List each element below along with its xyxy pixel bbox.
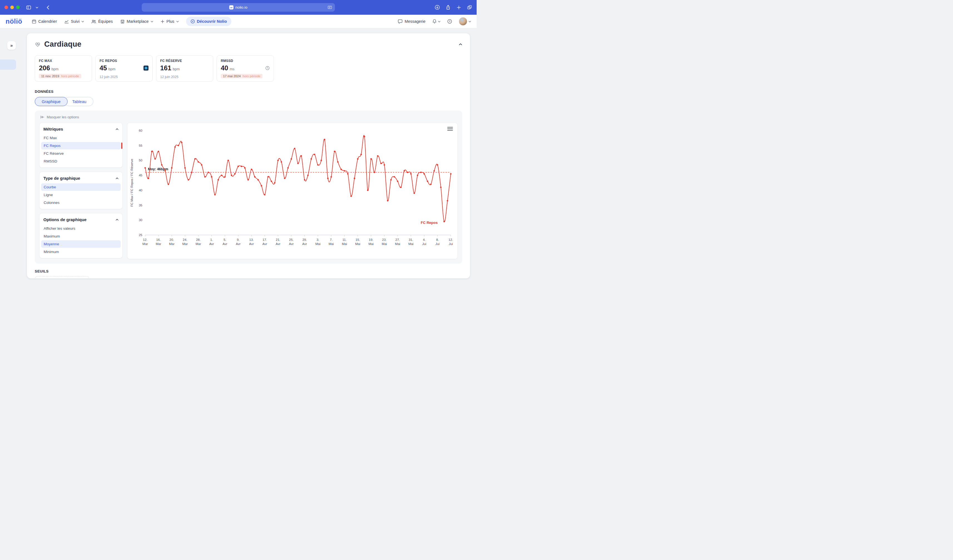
expand-sidebar-button[interactable]: » [7, 41, 16, 50]
collapse-panel-icon[interactable] [116, 219, 118, 221]
downloads-icon[interactable] [435, 5, 440, 10]
bell-icon [432, 19, 437, 24]
hide-options-button[interactable]: Masquer les options [39, 114, 458, 120]
help-button[interactable]: ? [447, 19, 452, 24]
metric-item-rmssd[interactable]: RMSSD [41, 158, 121, 165]
svg-text:17.: 17. [262, 238, 267, 241]
cardiaque-section: Cardiaque FC MAX 206 bpm 11 nov. 2019 ho… [27, 33, 470, 278]
reader-view-icon[interactable] [327, 5, 332, 10]
svg-text:Mai: Mai [355, 242, 360, 246]
messagerie-button[interactable]: Messagerie [398, 19, 425, 24]
svg-text:Mai: Mai [368, 242, 374, 246]
minimize-window-button[interactable] [10, 6, 14, 9]
nav-item-decouvrir-nolio[interactable]: Découvrir Nolio [186, 17, 231, 26]
svg-text:Avr: Avr [262, 242, 267, 246]
option-maximum[interactable]: Maximum [41, 232, 121, 240]
svg-text:23.: 23. [382, 238, 386, 241]
metric-item-fc-repos[interactable]: FC Repos [41, 142, 121, 149]
zoom-window-button[interactable] [16, 6, 20, 9]
svg-text:12.: 12. [449, 238, 453, 241]
options-column: Métriques FC Max FC Repos FC Réserve RMS… [39, 122, 123, 258]
svg-text:Mai: Mai [315, 242, 321, 246]
view-toggle: Graphique Tableau [35, 97, 462, 106]
nav-item-marketplace[interactable]: Marketplace [120, 19, 153, 24]
collapse-panel-icon[interactable] [116, 178, 118, 179]
svg-text:28.: 28. [196, 238, 200, 241]
device-watch-icon [143, 65, 149, 71]
nav-item-plus[interactable]: Plus [160, 19, 179, 23]
tab-overview-icon[interactable] [467, 5, 472, 10]
svg-text:Avr: Avr [209, 242, 214, 246]
metrics-panel: Métriques FC Max FC Repos FC Réserve RMS… [39, 122, 123, 168]
page-body: » Cardiaque FC MAX 206 bpm 11 nov. 201 [0, 33, 476, 280]
panel-title: Type de graphique [43, 176, 80, 181]
svg-text:29.: 29. [302, 238, 307, 241]
nav-item-calendrier[interactable]: Calendrier [32, 19, 57, 24]
svg-text:FC Repos: FC Repos [421, 221, 438, 225]
chevron-down-icon [469, 21, 471, 23]
svg-text:31.: 31. [409, 238, 413, 241]
sidebar-toggle-icon[interactable] [26, 5, 31, 10]
chart-type-panel: Type de graphique Courbe Ligne Colonnes [39, 172, 123, 209]
svg-text:Mai: Mai [329, 242, 334, 246]
back-arrow-icon[interactable] [45, 5, 51, 10]
svg-text:FC Max / FC Repos / FC Réserve: FC Max / FC Repos / FC Réserve [130, 159, 133, 207]
donnees-heading: DONNÉES [35, 90, 462, 94]
svg-text:9.: 9. [237, 238, 240, 241]
sidebar-selected-item[interactable] [0, 59, 16, 70]
option-afficher-valeurs[interactable]: Afficher les valeurs [41, 225, 121, 232]
svg-text:19.: 19. [369, 238, 373, 241]
svg-text:35: 35 [139, 204, 142, 207]
stat-date: 12 juin 2025 [99, 75, 149, 79]
svg-text:Mar: Mar [142, 242, 148, 246]
svg-text:Jui: Jui [449, 242, 453, 246]
svg-text:Mai: Mai [382, 242, 387, 246]
clock-icon [265, 66, 270, 70]
option-moyenne[interactable]: Moyenne [41, 240, 121, 248]
address-bar[interactable]: nolio.io [142, 3, 335, 12]
tab-tableau[interactable]: Tableau [64, 97, 93, 106]
stat-value: 206 [39, 64, 50, 72]
chart-type-ligne[interactable]: Ligne [41, 191, 121, 199]
svg-text:40: 40 [139, 189, 142, 192]
svg-text:25.: 25. [289, 238, 294, 241]
svg-text:55: 55 [139, 144, 142, 147]
chevron-down-icon[interactable] [35, 6, 39, 9]
seuils-add-zone[interactable] [35, 276, 89, 278]
chevron-down-icon [176, 21, 179, 23]
metric-item-label: FC Repos [43, 144, 61, 148]
new-tab-icon[interactable] [456, 5, 461, 10]
chart-type-colonnes[interactable]: Colonnes [41, 199, 121, 206]
marketplace-icon [120, 19, 125, 24]
stats-row: FC MAX 206 bpm 11 nov. 2019 hors période… [35, 55, 462, 82]
svg-text:Avr: Avr [236, 242, 241, 246]
plus-icon [160, 19, 165, 23]
account-menu[interactable] [459, 17, 471, 26]
nav-item-equipes[interactable]: Équipes [91, 19, 113, 24]
svg-text:50: 50 [139, 159, 142, 162]
close-window-button[interactable] [5, 6, 8, 9]
metric-item-fc-reserve[interactable]: FC Réserve [41, 150, 121, 157]
collapse-section-icon[interactable] [459, 43, 462, 45]
metric-item-fc-max[interactable]: FC Max [41, 134, 121, 142]
option-minimum[interactable]: Minimum [41, 248, 121, 255]
svg-text:Avr: Avr [289, 242, 294, 246]
svg-text:60: 60 [139, 129, 142, 132]
avatar [459, 17, 467, 26]
tab-graphique[interactable]: Graphique [35, 97, 68, 106]
notifications-button[interactable] [432, 19, 441, 24]
nolio-logo[interactable]: nöliö [6, 17, 22, 25]
chart-menu-icon[interactable] [447, 127, 453, 131]
nav-item-suivi[interactable]: Suivi [64, 19, 84, 24]
nav-label: Découvrir Nolio [197, 19, 227, 23]
svg-text:Jui: Jui [436, 242, 440, 246]
stat-value: 40 [221, 64, 228, 72]
share-icon[interactable] [445, 5, 451, 10]
svg-text:Mar: Mar [156, 242, 161, 246]
collapse-panel-icon[interactable] [116, 128, 118, 130]
app-navbar: nöliö Calendrier Suivi Équipes Marketpla… [0, 15, 476, 28]
svg-text:Avr: Avr [249, 242, 254, 246]
svg-text:7.: 7. [330, 238, 332, 241]
badge-suffix: hors période [243, 74, 261, 78]
chart-type-courbe[interactable]: Courbe [41, 183, 121, 191]
